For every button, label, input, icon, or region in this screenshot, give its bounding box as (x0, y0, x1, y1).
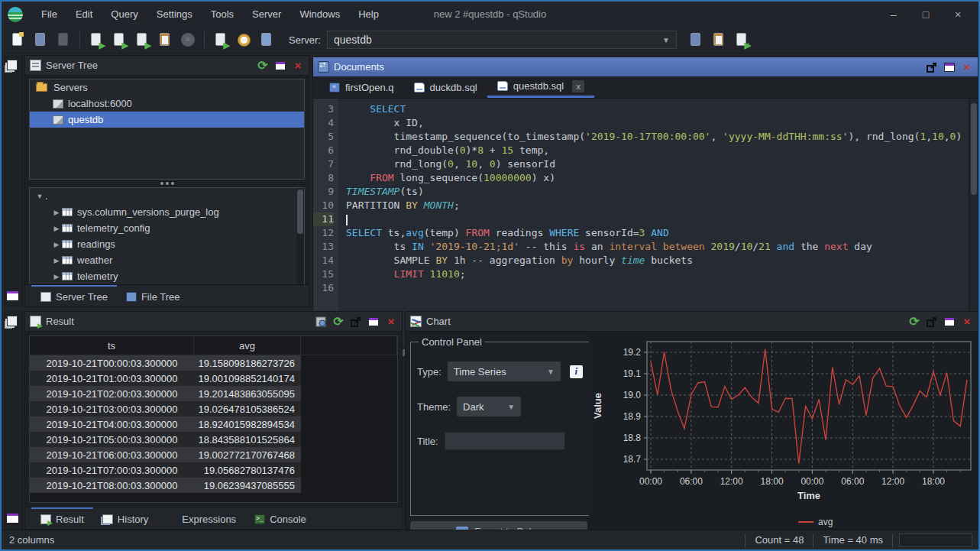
tab-file-tree[interactable]: File Tree (117, 285, 189, 306)
maximize-icon[interactable] (943, 316, 956, 328)
tab-console[interactable]: Console (245, 507, 315, 529)
close-icon[interactable]: × (292, 60, 304, 72)
menu-help[interactable]: Help (349, 3, 388, 25)
tree-expanded-icon[interactable]: ▼ (34, 193, 45, 200)
tree-item-questdb[interactable]: questdb (30, 112, 304, 128)
tab-expressions[interactable]: Expressions (157, 507, 245, 529)
tree-item-localhost-6000[interactable]: localhost:6000 (30, 96, 304, 112)
popout-icon[interactable] (926, 316, 938, 328)
info-icon[interactable]: i (570, 365, 583, 378)
tree-collapsed-icon[interactable]: ▶ (51, 241, 62, 248)
cell-avg: 19.026478105386524 (194, 401, 301, 416)
restore-window-icon[interactable] (6, 290, 19, 301)
close-icon[interactable]: × (385, 316, 397, 328)
cell-ts: 2019-10-21T07:00:03.300000 (30, 462, 194, 478)
export-icon[interactable] (315, 316, 327, 328)
doc-tab-questdb-sql[interactable]: questdb.sqlx (487, 76, 595, 98)
editor-vertical-scrollbar[interactable] (969, 99, 978, 347)
close-icon[interactable]: × (961, 316, 973, 328)
menu-tools[interactable]: Tools (202, 3, 243, 25)
table-row[interactable]: 2019-10-21T07:00:03.30000019.05682780137… (30, 462, 397, 478)
stop-query-icon[interactable] (179, 31, 197, 49)
run-script-icon[interactable] (257, 31, 276, 49)
tree-item-table-telemetry-config[interactable]: ▶telemetry_config (30, 220, 304, 236)
tree-item-table-telemetry[interactable]: ▶telemetry (30, 268, 304, 284)
new-document-icon[interactable] (8, 31, 27, 49)
maximize-icon[interactable] (274, 60, 286, 72)
maximize-icon[interactable] (367, 316, 380, 328)
tree-collapsed-icon[interactable]: ▶ (51, 273, 62, 280)
doc-tab-firstOpen-q[interactable]: firstOpen.q (319, 76, 404, 98)
tree-splitter[interactable] (29, 180, 305, 186)
execute-selection-icon[interactable]: ▶ (133, 31, 151, 49)
tree-collapsed-icon[interactable]: ▶ (51, 225, 62, 232)
menu-file[interactable]: File (32, 3, 66, 25)
menu-edit[interactable]: Edit (66, 3, 102, 25)
table-row[interactable]: 2019-10-21T02:00:03.30000019.20148386305… (30, 386, 397, 401)
tab-history[interactable]: History (93, 507, 157, 529)
server-combobox[interactable]: questdb ▼ (327, 31, 677, 49)
sql-editor[interactable]: 345678910111213141516 SELECT x ID, times… (313, 99, 969, 347)
popout-icon[interactable] (350, 316, 362, 328)
maximize-button[interactable]: □ (910, 8, 942, 21)
table-row[interactable]: 2019-10-21T01:00:03.30000019.00109885214… (30, 371, 397, 386)
close-tab-icon[interactable]: x (572, 80, 584, 92)
column-header-ts[interactable]: ts (30, 336, 194, 355)
tab-label: Server Tree (56, 291, 108, 303)
minimize-button[interactable]: – (878, 8, 910, 21)
tab-result[interactable]: Result (31, 507, 93, 529)
edit-pen-icon[interactable] (710, 31, 728, 49)
doc-tab-duckdb-sql[interactable]: duckdb.sql (404, 76, 487, 98)
tree-item-table-sys-column-versions-purge-log[interactable]: ▶sys.column_versions_purge_log (30, 204, 304, 220)
tab-server-tree[interactable]: Server Tree (31, 285, 117, 306)
console-icon (254, 514, 265, 524)
table-row[interactable]: 2019-10-21T05:00:03.30000018.84358810152… (30, 432, 397, 447)
chart-title-input[interactable] (445, 432, 565, 450)
tree-item-table-readings[interactable]: ▶readings (30, 236, 304, 252)
editor-code[interactable]: SELECT x ID, timestamp_sequence(to_times… (338, 99, 969, 347)
menu-server[interactable]: Server (243, 3, 290, 25)
add-server-icon[interactable]: ▶+ (733, 31, 751, 49)
close-button[interactable]: × (942, 8, 974, 21)
maximize-icon[interactable] (943, 61, 956, 73)
chart-theme-select[interactable]: Dark ▼ (457, 397, 521, 416)
refresh-icon[interactable]: ⟳ (257, 60, 269, 72)
refresh-icon[interactable]: ⟳ (908, 316, 920, 328)
popout-icon[interactable] (926, 61, 938, 73)
tables-tree-scrollbar[interactable] (296, 188, 304, 284)
query-scheduler-icon[interactable] (234, 31, 253, 49)
execute-line-icon[interactable]: ▶ (110, 31, 128, 49)
table-row[interactable]: 2019-10-21T00:00:03.30000019.15809818627… (30, 355, 397, 371)
restore-window-icon[interactable] (6, 513, 19, 523)
refresh-icon[interactable]: ⟳ (332, 316, 344, 328)
copy-documents-icon[interactable] (687, 31, 705, 49)
paste-icon[interactable] (156, 31, 174, 49)
tables-tree: ▼.▶sys.column_versions_purge_log▶telemet… (29, 187, 305, 285)
sql-file-icon (414, 83, 425, 92)
tree-item-schema-root[interactable]: ▼. (30, 188, 304, 204)
table-row[interactable]: 2019-10-21T03:00:03.30000019.02647810538… (30, 401, 397, 416)
stacked-windows-icon[interactable] (7, 60, 18, 70)
tab-label: Expressions (182, 514, 236, 525)
table-row[interactable]: 2019-10-21T04:00:03.30000018.92401598289… (30, 416, 397, 432)
execute-query-icon[interactable]: ▶ (87, 31, 105, 49)
chart-type-select[interactable]: Time Series ▼ (448, 361, 561, 381)
tree-collapsed-icon[interactable]: ▶ (51, 209, 62, 216)
menu-settings[interactable]: Settings (147, 3, 202, 25)
save-icon[interactable] (54, 31, 73, 49)
table-row[interactable]: 2019-10-21T08:00:03.30000019.06239437085… (30, 478, 397, 493)
table-row[interactable]: 2019-10-21T06:00:03.30000019.00277217076… (30, 447, 397, 462)
tree-item-servers-root[interactable]: Servers (30, 79, 304, 96)
send-query-icon[interactable]: ▶ (212, 31, 230, 49)
close-icon[interactable]: × (961, 61, 973, 73)
qstudio-window: FileEditQuerySettingsToolsServerWindowsH… (0, 0, 980, 551)
menu-windows[interactable]: Windows (290, 3, 349, 25)
column-header-avg[interactable]: avg (194, 336, 301, 355)
tree-item-table-weather[interactable]: ▶weather (30, 252, 304, 268)
menu-query[interactable]: Query (102, 3, 147, 25)
chevron-down-icon[interactable]: ▼ (662, 36, 670, 44)
tab-label: firstOpen.q (345, 82, 394, 93)
stacked-windows-icon[interactable] (7, 316, 18, 326)
tree-collapsed-icon[interactable]: ▶ (51, 257, 62, 264)
open-file-icon[interactable] (31, 31, 50, 49)
